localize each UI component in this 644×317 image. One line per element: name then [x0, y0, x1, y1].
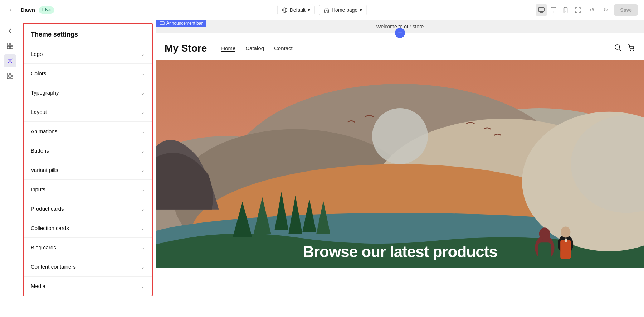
svg-point-23 [633, 49, 634, 50]
topbar-left: ← Dawn Live ··· [6, 4, 68, 16]
more-button[interactable]: ··· [58, 5, 68, 15]
chevron-icon: ⌄ [141, 129, 145, 134]
settings-item-buttons[interactable]: Buttons ⌄ [24, 141, 152, 160]
tablet-view-button[interactable] [548, 4, 559, 16]
settings-item-variant-pills[interactable]: Variant pills ⌄ [24, 160, 152, 180]
svg-rect-15 [11, 73, 13, 75]
home-icon [324, 7, 330, 13]
fullscreen-view-button[interactable] [572, 4, 584, 16]
cart-icon[interactable] [628, 44, 635, 53]
app-name: Dawn [21, 7, 35, 13]
redo-button[interactable]: ↻ [600, 5, 611, 15]
nav-links: Home Catalog Contact [221, 45, 292, 52]
chevron-icon: ⌄ [141, 283, 145, 289]
chevron-icon: ⌄ [141, 71, 145, 76]
svg-rect-17 [11, 77, 13, 79]
svg-rect-9 [7, 43, 10, 45]
svg-rect-54 [565, 239, 567, 242]
svg-point-52 [561, 226, 570, 237]
nav-link-home[interactable]: Home [221, 45, 235, 52]
nav-link-contact[interactable]: Contact [274, 45, 293, 52]
panel-title: Theme settings [31, 31, 145, 38]
mobile-view-button[interactable] [560, 4, 571, 16]
settings-item-logo[interactable]: Logo ⌄ [24, 44, 152, 64]
topbar: ← Dawn Live ··· Default ▾ Home page ▾ [0, 0, 644, 20]
nav-link-catalog[interactable]: Catalog [245, 45, 264, 52]
settings-item-blog-cards[interactable]: Blog cards ⌄ [24, 238, 152, 257]
settings-item-media[interactable]: Media ⌄ [24, 277, 152, 296]
chevron-down-icon: ▾ [360, 7, 362, 13]
sections-button[interactable] [4, 39, 16, 52]
icon-sidebar [0, 20, 20, 317]
chevron-icon: ⌄ [141, 167, 145, 173]
chevron-icon: ⌄ [141, 245, 145, 250]
default-button[interactable]: Default ▾ [277, 5, 315, 15]
chevron-icon: ⌄ [141, 148, 145, 154]
apps-button[interactable] [4, 69, 16, 82]
announcement-icon [160, 21, 165, 26]
desktop-icon [538, 7, 545, 13]
mobile-icon [562, 7, 569, 13]
settings-item-animations[interactable]: Animations ⌄ [24, 122, 152, 141]
settings-nav-button[interactable] [4, 54, 16, 67]
settings-panel: Theme settings Logo ⌄ Colors ⌄ Typograph… [20, 20, 156, 317]
search-icon[interactable] [614, 44, 622, 53]
chevron-icon: ⌄ [141, 187, 145, 192]
svg-point-49 [539, 227, 550, 240]
announcement-bar: Announcement bar Welcome to our store + [156, 20, 644, 33]
settings-item-colors[interactable]: Colors ⌄ [24, 64, 152, 83]
live-badge: Live [39, 6, 54, 14]
svg-point-13 [9, 60, 11, 62]
chevron-icon: ⌄ [141, 90, 145, 96]
nav-icons [614, 44, 635, 53]
globe-icon [282, 7, 288, 13]
save-button[interactable]: Save [614, 4, 638, 16]
svg-rect-3 [538, 8, 544, 11]
desktop-view-button[interactable] [536, 4, 547, 16]
settings-panel-inner: Theme settings Logo ⌄ Colors ⌄ Typograph… [23, 23, 153, 296]
svg-line-21 [619, 49, 621, 51]
undo-button[interactable]: ↺ [586, 5, 597, 15]
chevron-icon: ⌄ [141, 109, 145, 115]
store-nav: My Store Home Catalog Contact [156, 37, 644, 60]
svg-point-8 [565, 11, 566, 12]
settings-item-content-containers[interactable]: Content containers ⌄ [24, 257, 152, 277]
chevron-icon: ⌄ [141, 264, 145, 270]
chevron-down-icon: ▾ [308, 7, 310, 13]
view-buttons [536, 4, 584, 16]
chevron-icon: ⌄ [141, 206, 145, 212]
settings-item-product-cards[interactable]: Product cards ⌄ [24, 199, 152, 218]
back-nav-button[interactable] [4, 24, 16, 37]
svg-rect-11 [7, 46, 10, 49]
settings-item-collection-cards[interactable]: Collection cards ⌄ [24, 218, 152, 238]
settings-item-layout[interactable]: Layout ⌄ [24, 102, 152, 122]
svg-rect-18 [160, 22, 164, 25]
settings-item-typography[interactable]: Typography ⌄ [24, 83, 152, 102]
main-layout: Theme settings Logo ⌄ Colors ⌄ Typograph… [0, 20, 644, 317]
svg-rect-12 [10, 46, 13, 49]
chevron-icon: ⌄ [141, 51, 145, 57]
tablet-icon [550, 7, 557, 13]
panel-header: Theme settings [24, 24, 152, 44]
preview-area: Announcement bar Welcome to our store + … [156, 20, 644, 317]
store-name: My Store [165, 43, 207, 54]
topbar-center: Default ▾ Home page ▾ [277, 5, 367, 15]
add-section-button[interactable]: + [395, 28, 405, 38]
expand-icon [575, 7, 581, 13]
homepage-button[interactable]: Home page ▾ [319, 5, 367, 15]
hero-area: Browse our latest products [156, 60, 644, 268]
preview-frame: Announcement bar Welcome to our store + … [156, 20, 644, 317]
svg-rect-10 [10, 43, 13, 45]
svg-point-22 [630, 49, 631, 50]
svg-rect-16 [7, 77, 9, 79]
svg-point-33 [372, 108, 428, 164]
hero-text: Browse our latest products [156, 243, 644, 261]
announcement-bar-tab[interactable]: Announcement bar [156, 20, 206, 27]
hero-image [156, 60, 644, 268]
chevron-icon: ⌄ [141, 225, 145, 231]
topbar-right: ↺ ↻ Save [536, 4, 638, 16]
settings-item-inputs[interactable]: Inputs ⌄ [24, 180, 152, 199]
back-button[interactable]: ← [6, 4, 17, 16]
svg-rect-14 [7, 73, 9, 75]
svg-point-6 [553, 11, 554, 12]
